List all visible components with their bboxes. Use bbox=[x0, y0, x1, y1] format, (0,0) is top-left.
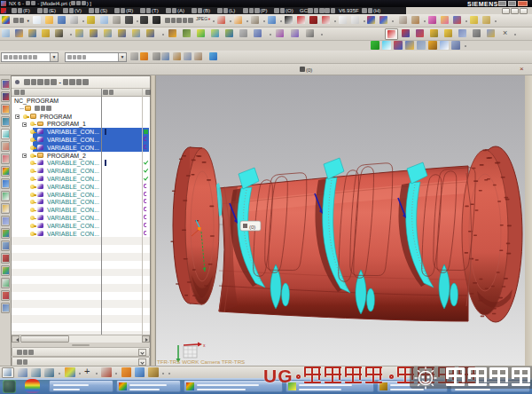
svg-text:TFR-TRS WORK Camera TFR-TRS: TFR-TRS WORK Camera TFR-TRS bbox=[157, 359, 245, 365]
svg-text:(0): (0) bbox=[249, 225, 255, 230]
